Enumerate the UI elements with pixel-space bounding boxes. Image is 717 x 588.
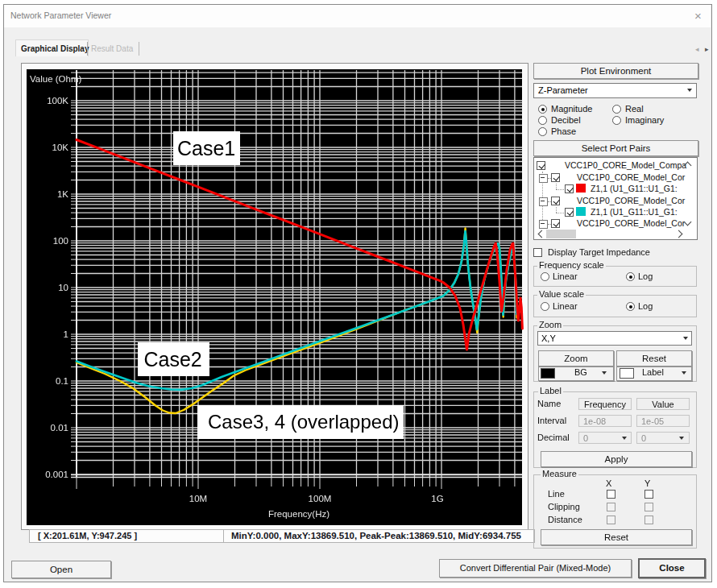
svg-text:1K: 1K: [57, 189, 68, 199]
svg-text:Frequency(Hz): Frequency(Hz): [268, 509, 329, 519]
svg-text:100K: 100K: [47, 96, 68, 106]
svg-text:Case3, 4 (overlapped): Case3, 4 (overlapped): [208, 411, 399, 433]
svg-text:1: 1: [64, 329, 68, 339]
svg-text:0.01: 0.01: [51, 423, 68, 433]
svg-text:0.1: 0.1: [56, 376, 68, 386]
svg-text:10: 10: [58, 283, 68, 292]
svg-text:10K: 10K: [52, 143, 69, 152]
svg-text:10M: 10M: [189, 494, 207, 503]
svg-text:100M: 100M: [309, 494, 332, 503]
svg-text:Case2: Case2: [144, 348, 202, 371]
svg-text:1G: 1G: [431, 494, 443, 503]
svg-text:100: 100: [53, 236, 68, 246]
svg-text:0.001: 0.001: [45, 470, 68, 479]
svg-text:Value (Ohm): Value (Ohm): [30, 74, 82, 84]
svg-text:Case1: Case1: [177, 137, 235, 159]
